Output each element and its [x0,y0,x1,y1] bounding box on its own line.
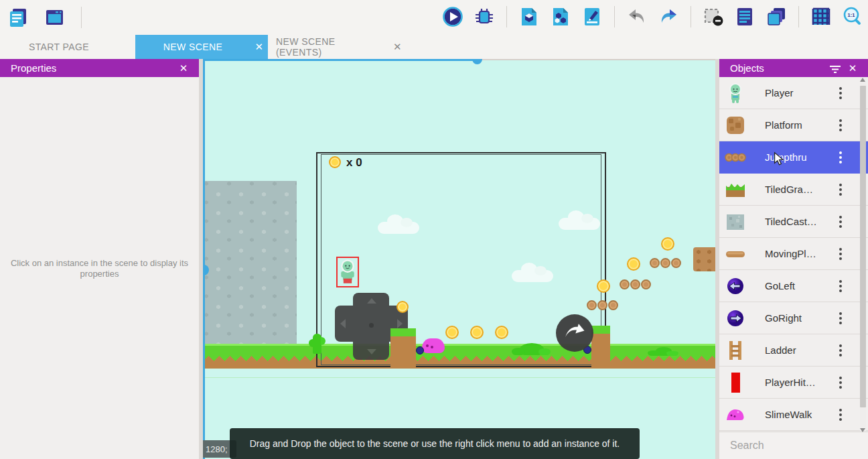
toolbar-divider [81,7,82,28]
kebab-menu-icon[interactable] [836,151,845,163]
toolbar-divider [798,6,799,27]
object-row-playerhitbox[interactable]: PlayerHit… [719,367,868,399]
main-toolbar: 1:1 [0,0,868,35]
play-icon[interactable] [441,5,464,28]
dpad-down-arrow-icon[interactable] [367,349,376,354]
kebab-menu-icon[interactable] [836,344,845,356]
jumpthru-instance[interactable] [650,258,681,268]
object-label: GoRight [765,312,836,324]
bush-instance[interactable] [656,347,672,356]
grid-icon[interactable] [810,5,833,28]
object-row-ladder[interactable]: Ladder [719,334,868,367]
tab-label: NEW SCENE (EVENTS) [276,36,380,58]
filter-icon[interactable] [826,62,844,74]
toolbar-right-group: 1:1 [441,5,864,28]
kebab-menu-icon[interactable] [836,87,845,99]
objects-list-icon[interactable] [733,5,756,28]
start-page-window-icon[interactable] [43,6,66,29]
kebab-menu-icon[interactable] [836,248,845,260]
dpad-left-arrow-icon[interactable] [340,319,346,328]
coin-instance[interactable] [495,326,508,339]
close-icon[interactable]: ✕ [844,62,861,74]
debug-icon[interactable] [473,5,496,28]
object-row-slimewalk[interactable]: SlimeWalk [719,399,868,431]
cactus-instance[interactable] [313,334,321,354]
object-label: PlayerHit… [765,377,836,388]
kebab-menu-icon[interactable] [836,312,845,324]
search-input[interactable] [730,440,868,452]
tab-start-page[interactable]: START PAGE [16,35,102,59]
drag-drop-tooltip: Drag and Drop the object to the scene or… [230,428,640,459]
scene-properties-icon[interactable] [581,5,603,28]
instances-list-icon[interactable] [549,5,572,28]
close-icon[interactable]: ✕ [389,41,406,53]
coin-instance[interactable] [396,301,409,313]
jump-button-control[interactable] [556,314,593,352]
object-row-tiledcastle[interactable]: TiledCast… [719,206,868,238]
scene-boundary-top [203,59,477,61]
layers-icon[interactable] [765,5,788,28]
zoom-original-icon[interactable]: 1:1 [841,5,864,28]
jumpthru-instance[interactable] [620,279,651,289]
object-row-goleft[interactable]: GoLeft [719,270,868,302]
dpad-right-arrow-icon[interactable] [397,319,403,328]
object-label: MovingPl… [765,248,836,259]
mouse-cursor [772,151,786,168]
close-icon[interactable]: ✕ [175,62,192,74]
object-row-goright[interactable]: GoRight [719,302,868,334]
svg-text:1:1: 1:1 [848,12,855,18]
jumpthru-instance[interactable] [587,300,618,310]
player-instance-selected[interactable] [336,257,359,287]
coin-instance[interactable] [470,326,484,339]
kebab-menu-icon[interactable] [836,377,845,389]
coin-instance[interactable] [627,257,640,271]
scene-horizon-line [203,377,715,378]
kebab-menu-icon[interactable] [836,184,845,196]
scrollbar-thumb[interactable] [860,86,866,407]
dirt-platform-instance[interactable] [390,328,416,369]
scroll-up-icon[interactable] [860,78,865,82]
object-row-tiledgrass[interactable]: TiledGra… [719,174,868,206]
objects-panel: Objects ✕ PlayerPlatformJumpthruTiledGra… [719,59,868,459]
object-label: SlimeWalk [765,409,836,420]
kebab-menu-icon[interactable] [836,216,845,228]
object-label: TiledGra… [765,184,836,195]
bush-instance[interactable] [520,343,544,355]
scene-canvas[interactable]: x 0 [203,59,715,459]
kebab-menu-icon[interactable] [836,280,845,292]
toolbar-divider [506,6,507,27]
tab-new-scene-events[interactable]: NEW SCENE (EVENTS) ✕ [268,35,406,59]
undo-icon[interactable] [626,5,648,28]
toolbar-divider [691,6,691,27]
jumpthru-object-icon [725,147,746,168]
dirt-ledge-instance[interactable] [591,326,610,369]
objects-panel-header: Objects ✕ [719,59,868,77]
object-row-jumpthru[interactable]: Jumpthru [719,141,868,174]
object-row-player[interactable]: Player [719,77,868,109]
platform-block-instance[interactable] [693,247,715,271]
tab-new-scene[interactable]: NEW SCENE ✕ [135,35,268,59]
close-icon[interactable]: ✕ [250,41,268,53]
blueberry-instance[interactable] [416,346,424,354]
coin-instance[interactable] [661,237,674,251]
redo-icon[interactable] [657,5,680,28]
scene-resize-handle-top[interactable] [472,59,482,64]
dpad-up-arrow-icon[interactable] [367,298,376,304]
coin-instance[interactable] [445,326,459,339]
jump-arrow-icon [563,322,586,344]
objects-editor-icon[interactable] [518,5,540,28]
project-manager-icon[interactable] [7,6,29,29]
delete-instances-icon[interactable] [702,5,725,28]
toolbar-left-group [7,6,84,29]
kebab-menu-icon[interactable] [836,119,845,131]
tab-label: NEW SCENE [135,42,250,52]
objects-scrollbar[interactable] [860,79,866,431]
scroll-down-icon[interactable] [860,428,865,432]
object-row-movingplatform[interactable]: MovingPl… [719,238,868,270]
slime-enemy-instance[interactable] [422,338,445,353]
objects-list: PlayerPlatformJumpthruTiledGra…TiledCast… [719,77,868,432]
kebab-menu-icon[interactable] [836,409,845,421]
tiled-castle-instance[interactable] [203,181,297,345]
coin-instance[interactable] [597,279,610,293]
object-row-platform[interactable]: Platform [719,109,868,141]
